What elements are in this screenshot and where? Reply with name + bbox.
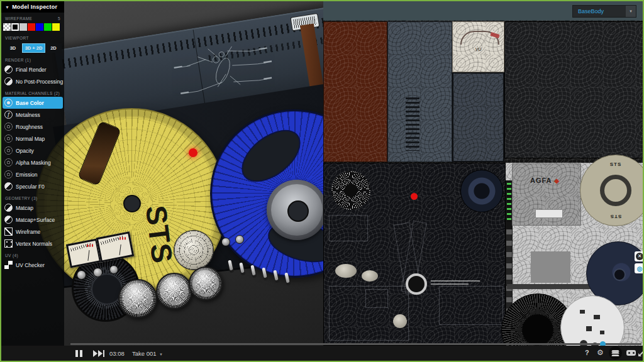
metal-panel-texture-tile <box>387 21 452 162</box>
large-knob <box>189 266 223 300</box>
swatch-yellow[interactable] <box>52 23 60 31</box>
sidebar-item-base-color[interactable]: Base Color <box>3 97 63 109</box>
swatch-black[interactable] <box>11 23 19 31</box>
sidebar-item-vertex-normals[interactable]: Vertex Normals <box>1 238 64 250</box>
vertex-normals-icon <box>4 239 13 248</box>
inspector-layers-icon[interactable] <box>609 346 622 359</box>
vr-headset-icon[interactable] <box>626 350 636 356</box>
uv-layout-tile <box>323 163 506 346</box>
collapse-caret-icon: ▼ <box>5 5 9 9</box>
wood-texture-tile <box>323 21 387 162</box>
wireframe-color-swatches <box>1 22 64 32</box>
matcap-surface-icon <box>4 216 13 224</box>
sidebar-item-matcap[interactable]: Matcap <box>1 202 64 214</box>
2d-texture-panel[interactable]: BaseBody ▾ VU <box>323 1 644 346</box>
geometry-section-label: GEOMETRY (3) <box>1 192 64 202</box>
blue-reel-hub <box>267 180 323 240</box>
large-knob <box>118 279 157 318</box>
sidebar-item-no-post-processing[interactable]: No Post-Processing <box>1 75 64 87</box>
sidebar-item-final-render[interactable]: Final Render <box>1 63 64 75</box>
pause-icon[interactable] <box>75 350 83 357</box>
viewport-3d-button[interactable]: 3D <box>4 43 22 53</box>
sidebar-header[interactable]: ▼ Model Inspector <box>1 1 64 13</box>
uv-record-dot <box>411 193 418 200</box>
roughness-icon <box>4 123 13 131</box>
swatch-green[interactable] <box>44 23 52 31</box>
uv-section-label: UV (4) <box>1 250 64 259</box>
wireframe-label: WIREFRAME <box>5 16 32 21</box>
vu-label: VU <box>453 47 504 52</box>
chevron-down-icon: ▾ <box>160 352 162 356</box>
beige-reel-texture: STS STS <box>580 155 644 226</box>
uv-text-line <box>431 280 480 282</box>
specular-f0-icon <box>4 182 13 190</box>
info-icon[interactable]: ◎ <box>635 263 644 273</box>
texture-set-value: BaseBody <box>573 8 626 14</box>
skip-next-icon[interactable] <box>93 350 104 357</box>
uv-meter-face <box>335 264 357 278</box>
close-icon[interactable]: ✕ <box>635 251 644 261</box>
alpha-masking-icon <box>4 158 13 167</box>
viewport-2d-button[interactable]: 2D <box>45 43 62 53</box>
uv-sphere <box>393 314 407 328</box>
viewport-section-label: VIEWPORT <box>1 32 64 41</box>
base-color-icon <box>4 99 13 107</box>
chevron-down-icon: ▾ <box>626 6 636 17</box>
uv-text-line <box>431 283 469 285</box>
sidebar-item-opacity[interactable]: Opacity <box>1 145 64 156</box>
swatch-red[interactable] <box>28 23 35 31</box>
uv-wireframe <box>439 286 503 325</box>
help-icon[interactable]: ? <box>585 349 589 356</box>
take-dropdown[interactable]: Take 001 ▾ <box>132 350 162 357</box>
swatch-transparent[interactable] <box>3 23 11 31</box>
black-texture-tile <box>504 21 644 158</box>
sidebar-item-emission[interactable]: Emission <box>1 168 64 180</box>
playback-bar: 03:08 Take 001 ▾ ? ⚙ <box>1 346 643 361</box>
record-indicator-dot <box>189 148 197 157</box>
uv-checker-icon <box>4 261 13 269</box>
animation-timeline[interactable] <box>70 343 641 345</box>
uv-meter-face <box>362 270 378 282</box>
agfa-card: AGFA ◆ <box>512 163 581 226</box>
playback-time: 03:08 <box>109 350 125 357</box>
large-knob <box>156 273 192 309</box>
sidebar-item-roughness[interactable]: Roughness <box>1 121 64 133</box>
uv-reel-left <box>331 171 370 210</box>
meter-panel-texture-tile <box>452 72 504 162</box>
sidebar-item-normal-map[interactable]: Normal Map <box>1 133 64 145</box>
gradient-bar <box>507 284 592 289</box>
sidebar-item-matcap-surface[interactable]: Matcap+Surface <box>1 214 64 226</box>
settings-gear-icon[interactable]: ⚙ <box>597 348 604 357</box>
viewport-mode-switch: 3D 3D + 2D 2D <box>4 43 62 53</box>
uv-knob-ring <box>406 273 427 295</box>
uv-reel-right <box>460 170 503 212</box>
sidebar-item-metalness[interactable]: ƒ Metalness <box>1 109 64 121</box>
sidebar-item-alpha-masking[interactable]: Alpha Masking <box>1 156 64 168</box>
agfa-label: AGFA <box>530 177 552 184</box>
vu-arc <box>460 31 499 45</box>
texture-set-dropdown[interactable]: BaseBody ▾ <box>572 5 636 18</box>
final-render-icon <box>4 65 13 74</box>
vu-meter-texture-tile: VU <box>452 21 504 72</box>
sidebar-item-uv-checker[interactable]: UV Checker <box>1 259 64 271</box>
uv-wireframe <box>329 215 368 241</box>
opacity-icon <box>4 146 13 155</box>
swatch-blue[interactable] <box>36 23 43 31</box>
wireframe-head-sphere <box>174 230 214 270</box>
wireframe-icon <box>4 228 13 236</box>
swatch-light-gray[interactable] <box>19 23 27 31</box>
reel-hub-ring <box>600 175 631 206</box>
uv-wireframe <box>365 289 388 308</box>
fullscreen-icon[interactable] <box>638 349 644 356</box>
wireframe-value: 5 <box>58 16 60 21</box>
sidebar-item-specular-f0[interactable]: Specular F0 <box>1 180 64 192</box>
matcap-icon <box>4 204 13 212</box>
render-section-label: RENDER (1) <box>1 54 64 63</box>
texture-canvas[interactable]: VU <box>323 20 644 346</box>
sts-reel-label: STS <box>580 162 644 167</box>
viewport-3d2d-button[interactable]: 3D + 2D <box>22 43 45 53</box>
sidebar-item-wireframe[interactable]: Wireframe <box>1 226 64 238</box>
material-channels-section-label: MATERIAL CHANNELS (2) <box>1 87 64 97</box>
reels-texture-tile: AGFA ◆ STS STS <box>506 163 644 346</box>
small-knob <box>235 235 244 244</box>
